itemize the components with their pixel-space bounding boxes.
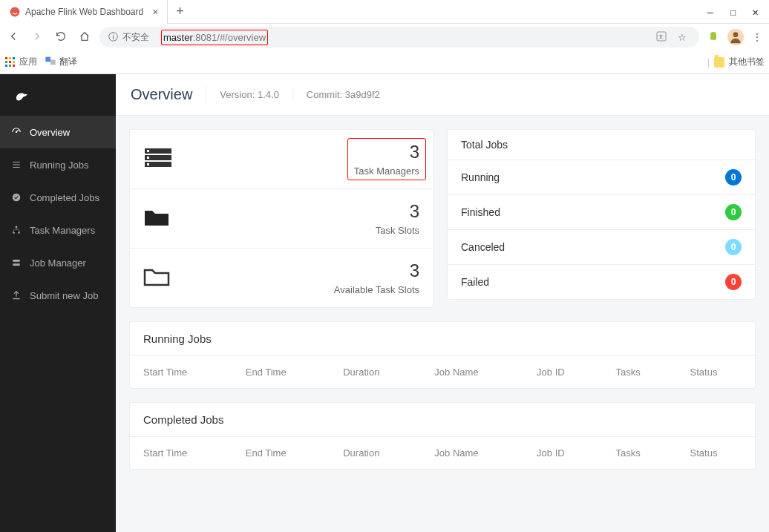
stat-task-managers[interactable]: 3 Task Managers bbox=[130, 130, 433, 188]
check-circle-icon bbox=[10, 191, 22, 203]
svg-rect-17 bbox=[50, 60, 56, 65]
col-start[interactable]: Start Time bbox=[130, 356, 232, 388]
col-duration[interactable]: Duration bbox=[330, 437, 421, 469]
svg-rect-15 bbox=[13, 65, 15, 67]
stat-available-slots[interactable]: 3 Available Task Slots bbox=[130, 248, 433, 307]
summary-row-canceled[interactable]: Canceled 0 bbox=[448, 230, 755, 265]
svg-rect-30 bbox=[147, 157, 149, 159]
col-jobid[interactable]: Job ID bbox=[523, 356, 602, 388]
back-button[interactable] bbox=[4, 30, 22, 45]
svg-rect-10 bbox=[5, 61, 7, 63]
browser-tab[interactable]: Apache Flink Web Dashboard × bbox=[0, 0, 168, 24]
close-icon[interactable]: × bbox=[152, 6, 158, 18]
stat-value: 3 bbox=[376, 201, 419, 222]
svg-rect-24 bbox=[13, 260, 19, 262]
jobs-summary-panel: Total Jobs Running 0 Finished 0 Canceled… bbox=[447, 129, 756, 300]
other-bookmarks[interactable]: | 其他书签 bbox=[707, 56, 765, 68]
col-end[interactable]: End Time bbox=[232, 437, 330, 469]
panel-title: Completed Jobs bbox=[130, 403, 755, 437]
maximize-icon[interactable]: ☐ bbox=[730, 6, 736, 18]
content-header: Overview Version: 1.4.0 Commit: 3a9d9f2 bbox=[116, 74, 769, 116]
summary-row-failed[interactable]: Failed 0 bbox=[448, 265, 755, 299]
sidebar-item-label: Running Jobs bbox=[30, 160, 89, 171]
bookmark-star-icon[interactable]: ☆ bbox=[674, 32, 690, 43]
sidebar-item-label: Job Manager bbox=[30, 257, 86, 269]
svg-rect-31 bbox=[147, 163, 149, 165]
sidebar-item-task-managers[interactable]: Task Managers bbox=[0, 214, 116, 246]
minimize-icon[interactable]: — bbox=[707, 6, 713, 18]
apps-label: 应用 bbox=[19, 56, 37, 68]
translate-icon[interactable]: 文 bbox=[653, 30, 670, 45]
forward-button[interactable] bbox=[28, 30, 46, 45]
avatar[interactable] bbox=[727, 29, 744, 45]
kebab-menu-icon[interactable]: ⋮ bbox=[750, 31, 765, 43]
svg-rect-16 bbox=[45, 57, 50, 62]
reload-button[interactable] bbox=[52, 30, 70, 45]
status-badge: 0 bbox=[725, 239, 742, 255]
stat-task-slots[interactable]: 3 Task Slots bbox=[130, 188, 433, 248]
status-badge: 0 bbox=[725, 204, 742, 220]
running-jobs-panel: Running Jobs Start Time End Time Duratio… bbox=[129, 321, 756, 389]
favicon-icon bbox=[9, 6, 21, 18]
server-icon bbox=[10, 257, 22, 269]
summary-row-running[interactable]: Running 0 bbox=[448, 160, 755, 195]
content: Overview Version: 1.4.0 Commit: 3a9d9f2 … bbox=[116, 74, 769, 532]
other-bookmarks-label: 其他书签 bbox=[729, 56, 765, 68]
col-tasks[interactable]: Tasks bbox=[602, 437, 676, 469]
info-icon: ⓘ bbox=[108, 30, 118, 44]
col-jobname[interactable]: Job Name bbox=[421, 437, 523, 469]
completed-jobs-panel: Completed Jobs Start Time End Time Durat… bbox=[129, 402, 756, 470]
stat-value: 3 bbox=[354, 142, 419, 162]
new-tab-button[interactable]: + bbox=[168, 4, 192, 19]
apps-grid-icon bbox=[4, 56, 16, 68]
sidebar-item-running-jobs[interactable]: Running Jobs bbox=[0, 148, 116, 181]
url-path: /#/overview bbox=[217, 32, 266, 43]
tab-title: Apache Flink Web Dashboard bbox=[25, 7, 143, 17]
svg-rect-12 bbox=[13, 61, 15, 63]
summary-label: Finished bbox=[461, 206, 500, 218]
jobs-summary-title: Total Jobs bbox=[448, 130, 755, 160]
status-badge: 0 bbox=[725, 169, 742, 185]
app-root: Overview Running Jobs Completed Jobs Tas… bbox=[0, 74, 769, 532]
android-icon[interactable] bbox=[705, 30, 721, 45]
svg-point-0 bbox=[10, 7, 20, 16]
summary-row-finished[interactable]: Finished 0 bbox=[448, 195, 755, 230]
translate-label: 翻译 bbox=[59, 56, 77, 68]
sidebar-item-completed-jobs[interactable]: Completed Jobs bbox=[0, 181, 116, 214]
col-end[interactable]: End Time bbox=[232, 356, 330, 388]
col-jobname[interactable]: Job Name bbox=[421, 356, 523, 388]
page-title: Overview bbox=[131, 86, 206, 103]
list-icon bbox=[10, 159, 22, 171]
window-controls: — ☐ ✕ bbox=[697, 6, 769, 18]
close-window-icon[interactable]: ✕ bbox=[753, 6, 759, 18]
stat-value: 3 bbox=[334, 260, 419, 281]
flink-logo[interactable] bbox=[0, 74, 116, 116]
summary-label: Failed bbox=[461, 276, 489, 288]
summary-label: Running bbox=[461, 171, 500, 183]
stat-label: Available Task Slots bbox=[334, 284, 419, 295]
folder-outline-icon bbox=[143, 266, 170, 290]
summary-label: Canceled bbox=[461, 241, 505, 253]
svg-rect-3 bbox=[710, 35, 716, 40]
translate-shortcut[interactable]: 翻译 bbox=[45, 55, 77, 69]
completed-jobs-table: Start Time End Time Duration Job Name Jo… bbox=[130, 437, 755, 469]
sidebar-item-overview[interactable]: Overview bbox=[0, 116, 116, 148]
home-button[interactable] bbox=[76, 30, 94, 45]
svg-point-18 bbox=[24, 92, 26, 94]
col-start[interactable]: Start Time bbox=[130, 437, 232, 469]
sidebar-item-submit-job[interactable]: Submit new Job bbox=[0, 279, 116, 312]
sidebar-item-job-manager[interactable]: Job Manager bbox=[0, 246, 116, 279]
commit-text: Commit: 3a9d9f2 bbox=[307, 89, 393, 100]
col-status[interactable]: Status bbox=[677, 356, 755, 388]
svg-point-19 bbox=[16, 131, 17, 133]
apps-shortcut[interactable]: 应用 bbox=[4, 56, 37, 68]
bookmarks-bar: 应用 翻译 | 其他书签 bbox=[0, 50, 769, 74]
url-host: master bbox=[163, 32, 193, 43]
col-jobid[interactable]: Job ID bbox=[523, 437, 602, 469]
address-bar[interactable]: ⓘ 不安全 master:8081/#/overview 文 ☆ bbox=[99, 27, 699, 47]
col-tasks[interactable]: Tasks bbox=[602, 356, 676, 388]
col-duration[interactable]: Duration bbox=[330, 356, 421, 388]
svg-rect-21 bbox=[16, 226, 17, 228]
svg-rect-23 bbox=[18, 231, 19, 233]
col-status[interactable]: Status bbox=[677, 437, 755, 469]
